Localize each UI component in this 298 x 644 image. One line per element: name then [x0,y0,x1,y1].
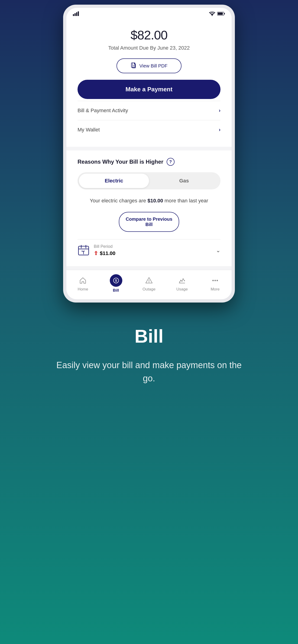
reasons-card: Reasons Why Your Bill is Higher ? Electr… [66,150,232,266]
svg-point-4 [212,15,213,16]
bottom-section: Bill Easily view your bill and make paym… [0,302,298,644]
pdf-icon [131,62,137,69]
svg-rect-7 [224,13,225,14]
more-icon [210,276,220,286]
phone-frame: $82.00 Total Amount Due By June 23, 2022… [63,5,235,302]
nav-usage-label: Usage [176,287,188,292]
nav-item-bill[interactable]: $ Bill [106,274,127,293]
charges-highlight: $10.00 [147,198,163,204]
reasons-header: Reasons Why Your Bill is Higher ? [78,158,220,166]
status-bar-left [73,11,80,16]
nav-item-outage[interactable]: Outage [139,276,159,292]
status-bar [66,8,232,20]
svg-rect-8 [131,63,135,68]
phone-wrapper: $82.00 Total Amount Due By June 23, 2022… [61,5,237,302]
bill-period-info: Bill Period ⇧ $11.00 [94,244,115,256]
bill-period-amount: ⇧ $11.00 [94,250,115,256]
electric-tab[interactable]: Electric [79,174,149,188]
main-card: $82.00 Total Amount Due By June 23, 2022… [66,20,232,147]
svg-rect-0 [73,14,74,16]
svg-rect-1 [75,13,76,16]
nav-outage-label: Outage [143,287,155,292]
home-icon [78,276,88,286]
bottom-description: Easily view your bill and make payments … [56,359,242,385]
svg-point-18 [149,282,149,282]
bill-payment-activity-label: Bill & Payment Activity [78,108,128,114]
svg-point-26 [214,280,216,281]
bill-period-amount-value: $11.00 [100,250,115,256]
gas-tab[interactable]: Gas [149,174,219,188]
bill-period-row[interactable]: Bill Period ⇧ $11.00 ⌄ [78,239,220,259]
bottom-title: Bill [135,326,163,347]
compare-to-previous-bill-button[interactable]: Compare to Previous Bill [119,212,179,232]
bill-period-left: Bill Period ⇧ $11.00 [78,244,115,256]
svg-rect-2 [76,12,77,16]
bill-period-label: Bill Period [94,244,115,249]
svg-point-22 [181,281,182,282]
bottom-nav: Home $ Bill [66,270,232,299]
my-wallet-label: My Wallet [78,127,100,133]
chevron-right-icon-2: › [219,127,220,133]
nav-home-label: Home [78,287,88,292]
battery-icon [217,12,225,16]
svg-point-27 [216,280,218,281]
view-bill-pdf-label: View Bill PDF [139,63,168,68]
nav-item-usage[interactable]: Usage [171,276,192,292]
arrow-up-icon: ⇧ [94,250,98,256]
bill-due-date: Total Amount Due By June 23, 2022 [78,45,220,51]
status-bar-right [209,11,225,16]
bill-amount: $82.00 [78,28,220,42]
svg-point-24 [184,280,185,281]
phone-screen: $82.00 Total Amount Due By June 23, 2022… [66,8,232,299]
charges-text-suffix: more than last year [163,198,208,204]
my-wallet-item[interactable]: My Wallet › [78,120,220,139]
menu-items: Bill & Payment Activity › My Wallet › [78,101,220,139]
wifi-icon [209,11,215,16]
charges-text-prefix: Your electric charges are [90,198,148,204]
svg-rect-6 [218,12,223,15]
nav-item-home[interactable]: Home [72,276,93,292]
svg-text:$: $ [115,279,117,282]
nav-bill-label: Bill [113,288,119,293]
make-payment-button[interactable]: Make a Payment [78,80,220,99]
help-icon[interactable]: ? [167,158,175,166]
reasons-title: Reasons Why Your Bill is Higher [78,158,163,165]
bill-nav-icon: $ [110,274,122,287]
usage-icon [177,276,187,286]
view-bill-pdf-button[interactable]: View Bill PDF [117,58,181,73]
nav-item-more[interactable]: More [205,276,226,292]
outage-icon [144,276,154,286]
chevron-right-icon: › [219,108,220,114]
bill-payment-activity-item[interactable]: Bill & Payment Activity › [78,101,220,120]
chevron-down-icon[interactable]: ⌄ [216,247,220,254]
svg-point-25 [212,280,214,281]
nav-more-label: More [210,287,219,292]
toggle-tabs: Electric Gas [78,172,220,190]
svg-point-21 [180,280,181,281]
signal-icon [73,11,80,16]
charges-text: Your electric charges are $10.00 more th… [78,197,220,204]
svg-point-23 [183,278,184,279]
calendar-icon [78,244,90,256]
svg-point-20 [179,282,180,282]
svg-rect-3 [78,11,79,16]
